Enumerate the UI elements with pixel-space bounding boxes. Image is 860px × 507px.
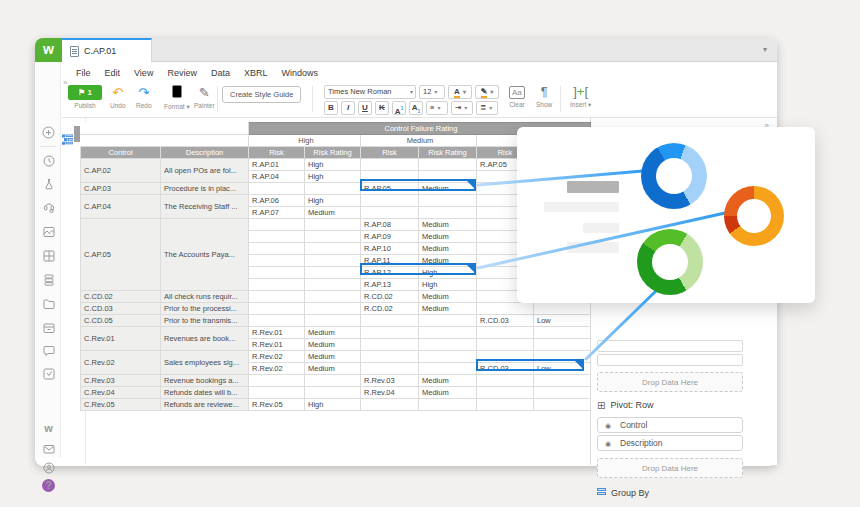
description-cell[interactable]: Sales employees sig...: [161, 351, 249, 375]
risk-cell[interactable]: [419, 339, 477, 351]
description-cell[interactable]: Refunds are reviewe...: [161, 399, 249, 411]
risk-cell[interactable]: [249, 219, 305, 231]
align-button[interactable]: ≡▾: [426, 101, 448, 115]
risk-cell[interactable]: High: [305, 195, 361, 207]
subscript-button[interactable]: A1: [409, 101, 423, 115]
insert-button[interactable]: ]+[ Insert ▾: [570, 84, 591, 109]
risk-cell[interactable]: High: [305, 399, 361, 411]
list-button[interactable]: ≣▾: [476, 101, 498, 115]
risk-cell[interactable]: [534, 399, 591, 411]
risk-cell[interactable]: R.AP.10: [361, 243, 419, 255]
risk-cell[interactable]: [305, 231, 361, 243]
risk-cell[interactable]: R.Rev.03: [361, 375, 419, 387]
risk-cell[interactable]: [419, 399, 477, 411]
drop-zone[interactable]: Drop Data Here: [597, 458, 743, 478]
risk-cell[interactable]: [361, 159, 419, 171]
risk-cell[interactable]: Medium: [419, 219, 477, 231]
risk-cell[interactable]: [477, 387, 534, 399]
column-header-risk-rating[interactable]: Risk Rating: [305, 147, 361, 159]
risk-cell[interactable]: [249, 303, 305, 315]
italic-button[interactable]: I: [341, 101, 355, 115]
description-cell[interactable]: Refunds dates will b...: [161, 387, 249, 399]
risk-cell[interactable]: Low: [534, 315, 591, 327]
control-cell[interactable]: C.AP.04: [81, 195, 161, 219]
risk-cell[interactable]: [305, 279, 361, 291]
column-header-risk[interactable]: Risk: [361, 147, 419, 159]
workiva-home-icon[interactable]: w: [42, 422, 55, 435]
risk-cell[interactable]: [305, 267, 361, 279]
control-cell[interactable]: C.AP.03: [81, 183, 161, 195]
risk-cell[interactable]: [477, 375, 534, 387]
risk-cell[interactable]: [534, 339, 591, 351]
redo-button[interactable]: ↷ Redo: [136, 85, 152, 109]
risk-cell[interactable]: R.AP.13: [361, 279, 419, 291]
comment-icon[interactable]: [42, 345, 55, 358]
strikethrough-button[interactable]: K: [375, 101, 389, 115]
risk-cell[interactable]: [249, 243, 305, 255]
field-row[interactable]: [597, 354, 743, 366]
risk-cell[interactable]: [419, 159, 477, 171]
risk-cell[interactable]: Medium: [305, 351, 361, 363]
description-cell[interactable]: Prior to the processi...: [161, 303, 249, 315]
risk-cell[interactable]: R.Rev.04: [361, 387, 419, 399]
description-cell[interactable]: Prior to the transmis...: [161, 315, 249, 327]
risk-cell[interactable]: High: [419, 279, 477, 291]
add-icon[interactable]: [42, 126, 55, 139]
risk-cell[interactable]: [305, 303, 361, 315]
rating-group-header[interactable]: Medium: [361, 135, 477, 147]
risk-cell[interactable]: Medium: [419, 387, 477, 399]
column-header-risk-rating[interactable]: Risk Rating: [419, 147, 477, 159]
description-cell[interactable]: Procedure is in plac...: [161, 183, 249, 195]
create-style-guide-button[interactable]: Create Style Guide: [222, 86, 301, 103]
risk-cell[interactable]: [305, 183, 361, 195]
archive-icon[interactable]: [42, 322, 55, 335]
font-size-select[interactable]: 12▾: [419, 85, 445, 99]
tasks-icon[interactable]: [42, 368, 55, 381]
risk-cell[interactable]: [249, 279, 305, 291]
control-cell[interactable]: C.AP.05: [81, 219, 161, 291]
risk-cell[interactable]: [477, 399, 534, 411]
highlight-color-button[interactable]: ✎▾: [475, 85, 499, 99]
risk-cell[interactable]: R.Rev.01: [249, 339, 305, 351]
risk-cell[interactable]: [419, 363, 477, 375]
risk-cell[interactable]: [249, 183, 305, 195]
risk-cell[interactable]: [534, 375, 591, 387]
font-color-button[interactable]: A▾: [448, 85, 472, 99]
help-icon[interactable]: ?: [42, 479, 55, 492]
font-family-select[interactable]: Times New Roman▾: [324, 85, 416, 99]
risk-cell[interactable]: [419, 195, 477, 207]
pivot-field-description[interactable]: ◉Description: [597, 435, 743, 451]
risk-cell[interactable]: [361, 207, 419, 219]
control-cell[interactable]: C.Rev.03: [81, 375, 161, 387]
risk-cell[interactable]: R.AP.07: [249, 207, 305, 219]
risk-cell[interactable]: R.CD.03: [477, 315, 534, 327]
rating-group-header[interactable]: High: [249, 135, 361, 147]
selected-cell-rap05[interactable]: [360, 179, 476, 191]
risk-cell[interactable]: [361, 339, 419, 351]
risk-cell[interactable]: [305, 219, 361, 231]
risk-cell[interactable]: [477, 303, 534, 315]
risk-cell[interactable]: R.AP.04: [249, 171, 305, 183]
control-cell[interactable]: C.Rev.01: [81, 327, 161, 351]
control-cell[interactable]: C.Rev.04: [81, 387, 161, 399]
pivot-field-control[interactable]: ◉Control: [597, 417, 743, 433]
risk-cell[interactable]: [249, 255, 305, 267]
mail-icon[interactable]: [42, 443, 55, 456]
risk-cell[interactable]: Medium: [305, 207, 361, 219]
risk-cell[interactable]: R.CD.02: [361, 291, 419, 303]
outline-tree-icon[interactable]: [62, 131, 73, 149]
risk-cell[interactable]: [305, 315, 361, 327]
risk-cell[interactable]: [249, 231, 305, 243]
risk-cell[interactable]: Medium: [419, 243, 477, 255]
risk-cell[interactable]: [534, 387, 591, 399]
risk-cell[interactable]: Medium: [419, 291, 477, 303]
undo-button[interactable]: ↶ Undo: [110, 85, 126, 109]
risk-cell[interactable]: R.CD.02: [361, 303, 419, 315]
risk-cell[interactable]: R.AP.06: [249, 195, 305, 207]
risk-cell[interactable]: Medium: [305, 339, 361, 351]
description-cell[interactable]: All open POs are fol...: [161, 159, 249, 183]
risk-cell[interactable]: [361, 351, 419, 363]
risk-cell[interactable]: [361, 327, 419, 339]
column-header-description[interactable]: Description: [161, 147, 249, 159]
control-cell[interactable]: C.CD.02: [81, 291, 161, 303]
